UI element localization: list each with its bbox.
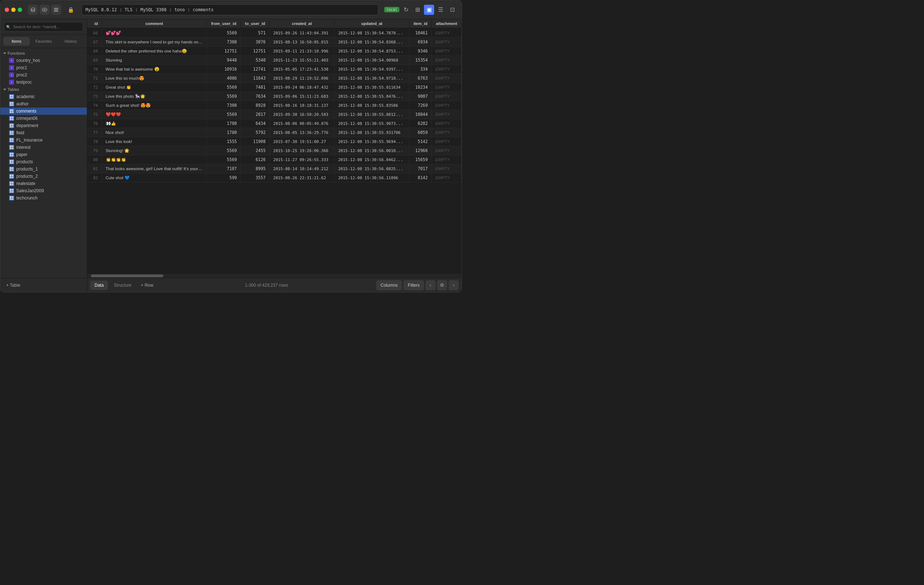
cell-comment: Wow that hat is awesome 😮 [102, 65, 207, 74]
sidebar-item-testproc[interactable]: f testproc [0, 79, 87, 86]
table-row[interactable]: 68 Deleted the other preferred this one … [87, 47, 462, 56]
sidebar-item-crimejan06[interactable]: crimejan06 [0, 115, 87, 122]
table-row[interactable]: 80 👏👏👏👏 5569 6126 2015-11-27 09:26:55.33… [87, 155, 462, 164]
cell-item-id: 10234 [409, 83, 432, 92]
cell-updated-at: 2015-12-08 15:30:54.9397... [335, 65, 409, 74]
sidebar-item-author[interactable]: author [0, 100, 87, 107]
table-row[interactable]: 77 Nice shot! 1780 5792 2015-08-05 13:36… [87, 128, 462, 137]
table-row[interactable]: 74 Such a great shot! 😍😍 7308 8928 2015-… [87, 101, 462, 110]
sidebar: Items Favorites History Functions f coun… [0, 19, 87, 292]
cell-created-at: 2015-08-14 10:14:49.212 [269, 164, 334, 173]
sidebar-item-proc1[interactable]: f proc1 [0, 64, 87, 71]
refresh-button[interactable]: ↻ [401, 5, 411, 15]
cell-created-at: 2015-09-06 15:11:23.683 [269, 92, 334, 101]
full-view-button[interactable]: ⊡ [447, 5, 457, 15]
cell-attachment: EMPTY [432, 74, 462, 83]
cell-item-id: 15354 [409, 56, 432, 65]
sidebar-item-department[interactable]: department [0, 122, 87, 129]
sidebar-item-paper[interactable]: paper [0, 151, 87, 158]
split-view-button[interactable]: ☰ [436, 5, 446, 15]
table-row[interactable]: 79 Stunning! 🌟 5569 2455 2015-10-25 19:2… [87, 146, 462, 155]
table-row[interactable]: 82 Cute shot 💙 599 3557 2015-08-26 22:31… [87, 173, 462, 183]
next-page-button[interactable]: › [449, 280, 459, 290]
col-header-updated-at[interactable]: updated_at [335, 19, 409, 28]
sidebar-item-fl-insurance[interactable]: FL_insurance [0, 137, 87, 144]
tab-structure[interactable]: Structure [109, 280, 136, 290]
sidebar-item-salesjan2009[interactable]: SalesJan2009 [0, 187, 87, 194]
cell-from-user-id: 5569 [207, 92, 241, 101]
cell-to-user-id: 6434 [241, 119, 269, 128]
filters-button[interactable]: Filters [403, 280, 424, 290]
col-header-comment[interactable]: comment [102, 19, 207, 28]
col-header-id[interactable]: id [87, 19, 102, 28]
table-row[interactable]: 76 👀👍 1780 6434 2015-08-06 00:05:49.876 … [87, 119, 462, 128]
table-view-button[interactable]: ▣ [424, 5, 434, 15]
prev-page-button[interactable]: ‹ [426, 280, 436, 290]
table-row[interactable]: 81 That looks awesome, girl! Love that o… [87, 164, 462, 173]
col-header-created-at[interactable]: created_at [269, 19, 334, 28]
tab-data[interactable]: Data [90, 280, 108, 290]
cell-comment: Stunning! 🌟 [102, 146, 207, 155]
cell-created-at: 2015-08-05 13:36:29.776 [269, 128, 334, 137]
settings-button[interactable]: ⚙ [437, 280, 447, 290]
col-header-to-user-id[interactable]: to_user_id [241, 19, 269, 28]
sidebar-item-interest[interactable]: interest [0, 144, 87, 151]
table-row[interactable]: 75 ❤️❤️❤️ 5569 2017 2015-09-30 16:50:20.… [87, 110, 462, 119]
table-container[interactable]: id comment from_user_id to_user_id creat… [87, 19, 462, 273]
cell-to-user-id: 7481 [241, 83, 269, 92]
minimize-button[interactable] [11, 8, 16, 12]
col-header-attachment[interactable]: attachment [432, 19, 462, 28]
cell-created-at: 2015-11-27 09:26:55.333 [269, 155, 334, 164]
table-row[interactable]: 73 Love this photo 🎠🌟 5569 7634 2015-09-… [87, 92, 462, 101]
tab-favorites[interactable]: Favorites [30, 37, 57, 46]
sidebar-item-techcrunch[interactable]: techcrunch [0, 194, 87, 202]
cell-attachment: EMPTY [432, 155, 462, 164]
col-header-item-id[interactable]: item_id [409, 19, 432, 28]
sidebar-item-academic[interactable]: academic [0, 93, 87, 100]
columns-button[interactable]: Columns [376, 280, 402, 290]
cell-updated-at: 2015-12-08 15:30:56.0825... [335, 164, 409, 173]
cell-updated-at: 2015-12-08 15:30:54.7878... [335, 28, 409, 38]
cell-id: 74 [87, 101, 102, 110]
cell-item-id: 334 [409, 65, 432, 74]
table-row[interactable]: 69 Stunning 9448 5340 2015-11-23 15:55:2… [87, 56, 462, 65]
lock-icon-button[interactable]: 🔒 [66, 5, 76, 15]
sidebar-section-tables[interactable]: Tables [0, 86, 87, 93]
grid-view-button[interactable]: ⊞ [412, 5, 422, 15]
sidebar-item-country_hos[interactable]: f country_hos [0, 57, 87, 64]
sidebar-item-comments[interactable]: comments [0, 107, 87, 115]
scrollbar-thumb[interactable] [91, 274, 163, 277]
cell-comment: Love this photo 🎠🌟 [102, 92, 207, 101]
close-button[interactable] [5, 8, 9, 12]
db-icon-button[interactable] [28, 5, 38, 15]
cell-from-user-id: 12751 [207, 47, 241, 56]
sidebar-item-products-2[interactable]: products_2 [0, 173, 87, 180]
sidebar-search-input[interactable] [4, 22, 83, 31]
cell-item-id: 9007 [409, 92, 432, 101]
maximize-button[interactable] [18, 8, 22, 12]
table-row[interactable]: 72 Great shot 👏 5569 7481 2015-09-24 06:… [87, 83, 462, 92]
add-row-button[interactable]: + Row [137, 281, 157, 289]
sidebar-section-functions[interactable]: Functions [0, 49, 87, 57]
tables-chevron-icon [3, 89, 6, 91]
cell-id: 73 [87, 92, 102, 101]
add-table-button[interactable]: + Table [3, 281, 84, 289]
tab-history[interactable]: History [58, 37, 84, 46]
tab-items[interactable]: Items [3, 37, 30, 46]
connection-search-bar[interactable]: MySQL 8.0.12 : TLS : MySQL 3308 : tono :… [81, 4, 378, 15]
sidebar-item-proc2[interactable]: f proc2 [0, 71, 87, 79]
table-row[interactable]: 78 Love this look! 1555 11908 2015-07-30… [87, 137, 462, 146]
table-row[interactable]: 70 Wow that hat is awesome 😮 10916 12741… [87, 65, 462, 74]
table-row[interactable]: 67 This skirt is everywhere I need to ge… [87, 38, 462, 47]
sidebar-item-realestate[interactable]: realestate [0, 180, 87, 187]
list-icon-button[interactable] [51, 5, 61, 15]
eye-icon-button[interactable] [40, 5, 50, 15]
table-row[interactable]: 71 Love this so much😍 4086 11643 2015-08… [87, 74, 462, 83]
sidebar-item-field[interactable]: field [0, 129, 87, 137]
col-header-from-user-id[interactable]: from_user_id [207, 19, 241, 28]
sidebar-item-products-1[interactable]: products_1 [0, 165, 87, 173]
table-row[interactable]: 66 💕💕💕 5569 571 2015-09-26 11:43:04.391 … [87, 28, 462, 38]
horizontal-scrollbar[interactable] [87, 273, 462, 278]
cell-attachment: EMPTY [432, 56, 462, 65]
sidebar-item-products[interactable]: products [0, 158, 87, 165]
